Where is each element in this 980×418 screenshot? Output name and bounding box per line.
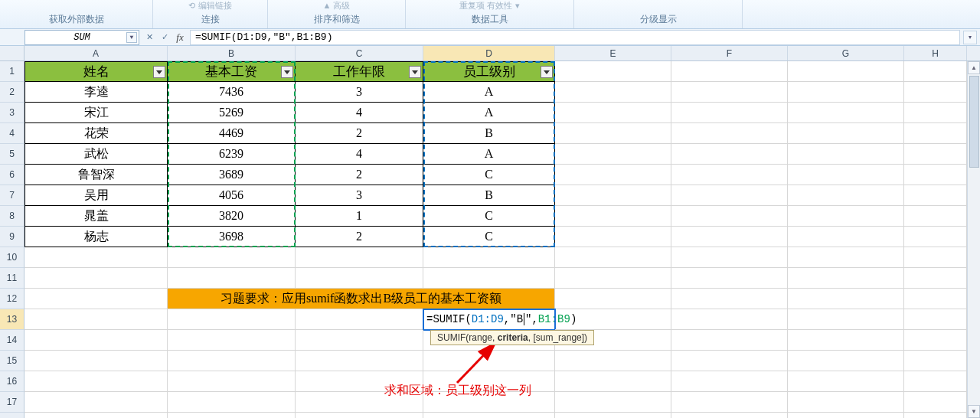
cell[interactable] xyxy=(671,144,788,165)
cell[interactable]: A xyxy=(423,82,555,103)
cell[interactable] xyxy=(671,289,788,309)
cell[interactable] xyxy=(788,268,904,289)
cell[interactable] xyxy=(788,144,904,165)
cell[interactable] xyxy=(671,206,788,227)
name-box[interactable]: SUM ▼ xyxy=(24,30,139,45)
select-all-corner[interactable] xyxy=(0,46,24,60)
cell[interactable] xyxy=(555,61,671,82)
cell[interactable] xyxy=(24,413,168,418)
cell[interactable]: 杨志 xyxy=(24,227,168,247)
cell[interactable] xyxy=(423,413,555,418)
cell[interactable] xyxy=(904,351,967,371)
cell[interactable] xyxy=(904,413,967,418)
cell[interactable] xyxy=(555,309,671,330)
filter-button[interactable] xyxy=(281,66,293,78)
scroll-up-button[interactable]: ▲ xyxy=(968,61,980,74)
header-cell-years[interactable]: 工作年限 xyxy=(296,61,423,82)
ribbon-group-connections[interactable]: ⟲ 编辑链接 连接 xyxy=(153,0,268,28)
cell[interactable]: 4469 xyxy=(168,123,296,144)
cell[interactable] xyxy=(555,144,671,165)
cell[interactable]: 3 xyxy=(296,185,423,206)
header-cell-salary[interactable]: 基本工资 xyxy=(168,61,296,82)
cell[interactable] xyxy=(904,144,967,165)
enter-button[interactable]: ✓ xyxy=(158,31,172,44)
cell[interactable] xyxy=(788,309,904,330)
cell[interactable] xyxy=(904,103,967,123)
cell[interactable] xyxy=(671,103,788,123)
cell[interactable] xyxy=(168,309,296,330)
cell[interactable] xyxy=(555,413,671,418)
filter-button[interactable] xyxy=(409,66,421,78)
cell[interactable]: 武松 xyxy=(24,144,168,165)
cell[interactable] xyxy=(904,289,967,309)
cell[interactable] xyxy=(671,227,788,247)
cell[interactable] xyxy=(168,413,296,418)
cell[interactable]: C xyxy=(423,165,555,185)
row-header[interactable]: 16 xyxy=(0,371,24,392)
cell[interactable] xyxy=(296,413,423,418)
cell[interactable] xyxy=(671,123,788,144)
ribbon-group-data-tools[interactable]: 重复项 有效性 ▾ 数据工具 xyxy=(406,0,574,28)
cell[interactable]: 3698 xyxy=(168,227,296,247)
col-header-B[interactable]: B xyxy=(168,46,296,60)
cell[interactable] xyxy=(671,185,788,206)
cell[interactable]: 2 xyxy=(296,165,423,185)
cell[interactable]: 吴用 xyxy=(24,185,168,206)
cell[interactable] xyxy=(296,309,423,330)
cell[interactable]: 4056 xyxy=(168,185,296,206)
cell[interactable]: 宋江 xyxy=(24,103,168,123)
cell[interactable] xyxy=(296,351,423,371)
cell[interactable] xyxy=(904,61,967,82)
cell[interactable] xyxy=(168,351,296,371)
cell[interactable]: 李逵 xyxy=(24,82,168,103)
cell[interactable] xyxy=(555,82,671,103)
cell[interactable] xyxy=(671,351,788,371)
cell[interactable]: 4 xyxy=(296,144,423,165)
formula-input[interactable]: =SUMIF(D1:D9,"B",B1:B9) xyxy=(190,30,960,45)
cell[interactable]: 2 xyxy=(296,123,423,144)
col-header-E[interactable]: E xyxy=(555,46,671,60)
cell[interactable] xyxy=(555,268,671,289)
row-header[interactable]: 1 xyxy=(0,61,24,82)
cell[interactable]: B xyxy=(423,185,555,206)
cell[interactable] xyxy=(24,330,168,351)
ribbon-group-outline[interactable]: 分级显示 xyxy=(574,0,743,28)
vertical-scrollbar[interactable]: ▲ ▼ xyxy=(967,61,980,418)
cell[interactable] xyxy=(904,247,967,268)
cell[interactable]: C xyxy=(423,206,555,227)
header-cell-level[interactable]: 员工级别 xyxy=(423,61,555,82)
col-header-C[interactable]: C xyxy=(296,46,423,60)
cell[interactable] xyxy=(904,371,967,392)
cell[interactable]: C xyxy=(423,227,555,247)
cell[interactable]: 7436 xyxy=(168,82,296,103)
cell[interactable] xyxy=(904,82,967,103)
row-header[interactable]: 11 xyxy=(0,268,24,289)
cell[interactable] xyxy=(555,351,671,371)
cell[interactable] xyxy=(24,392,168,413)
row-header[interactable]: 17 xyxy=(0,392,24,413)
row-header[interactable]: 8 xyxy=(0,206,24,227)
cell[interactable] xyxy=(904,330,967,351)
cell[interactable] xyxy=(788,392,904,413)
cell[interactable]: 3820 xyxy=(168,206,296,227)
cell[interactable] xyxy=(671,61,788,82)
cell[interactable] xyxy=(788,123,904,144)
cell[interactable] xyxy=(168,392,296,413)
cell[interactable] xyxy=(168,371,296,392)
row-header[interactable]: 15 xyxy=(0,351,24,371)
cell[interactable] xyxy=(296,330,423,351)
cell[interactable] xyxy=(671,165,788,185)
cell[interactable] xyxy=(904,392,967,413)
cell[interactable] xyxy=(904,185,967,206)
cell[interactable] xyxy=(555,247,671,268)
cell[interactable] xyxy=(24,247,168,268)
cell[interactable]: B xyxy=(423,123,555,144)
cell[interactable]: 1 xyxy=(296,206,423,227)
cell[interactable] xyxy=(671,371,788,392)
cell[interactable] xyxy=(671,82,788,103)
cell[interactable] xyxy=(904,165,967,185)
cell[interactable] xyxy=(788,103,904,123)
cell[interactable] xyxy=(296,247,423,268)
cell[interactable] xyxy=(671,309,788,330)
cell[interactable] xyxy=(423,268,555,289)
